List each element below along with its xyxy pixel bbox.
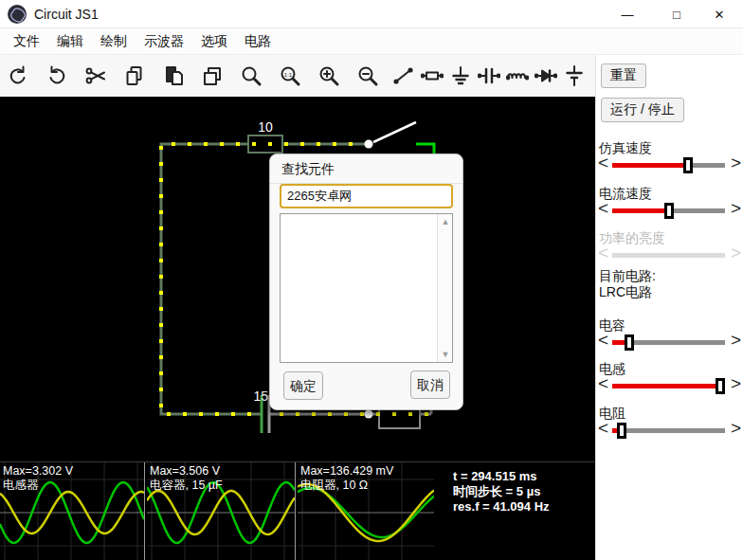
scope-label-capacitor: Max=3.506 V电容器, 15 µF (150, 464, 223, 493)
slider-track[interactable] (612, 428, 725, 433)
resistance-slider[interactable]: < > (596, 421, 743, 440)
slider-handle[interactable] (617, 423, 626, 439)
slider-right-arrow[interactable]: > (731, 373, 741, 394)
sim-timestep: 时间步长 = 5 µs (453, 484, 550, 499)
inductor-tool-icon[interactable] (506, 64, 529, 87)
slider-track[interactable] (612, 163, 725, 168)
sim-time: t = 294.515 ms (453, 469, 550, 484)
minimize-button[interactable]: — (611, 0, 643, 28)
slider-track[interactable] (612, 384, 725, 388)
current-circuit-info: 目前电路: LRC电路 (599, 268, 656, 300)
scope-divider (295, 462, 296, 560)
find-component-dialog: 查找元件 ▲ ▼ 确定 取消 (269, 154, 463, 410)
slider-right-arrow[interactable]: > (731, 153, 741, 173)
list-scrollbar[interactable]: ▲ ▼ (437, 214, 452, 362)
scope-label-resistor: Max=136.429 mV电阻器, 10 Ω (300, 464, 393, 493)
menu-file[interactable]: 文件 (13, 33, 40, 50)
copy-icon[interactable] (123, 64, 146, 87)
slider-handle[interactable] (716, 378, 725, 394)
current-circuit-name: LRC电路 (599, 284, 656, 300)
menu-edit[interactable]: 编辑 (57, 33, 83, 50)
slider-left-arrow[interactable]: < (598, 418, 608, 439)
slider-left-arrow[interactable]: < (598, 153, 608, 173)
slider-track[interactable] (612, 208, 725, 213)
redo-icon[interactable] (45, 64, 68, 87)
toolbar: 1:1 (0, 55, 595, 97)
scroll-down-icon[interactable]: ▼ (438, 350, 453, 359)
current-circuit-label: 目前电路: (599, 268, 656, 284)
switch-lever[interactable] (373, 122, 416, 142)
menu-bar: 文件 编辑 绘制 示波器 选项 电路 (0, 29, 743, 55)
power-brightness-slider: < > (596, 245, 743, 264)
zoom-in-icon[interactable] (317, 64, 340, 87)
scroll-up-icon[interactable]: ▲ (438, 217, 453, 226)
ok-button[interactable]: 确定 (283, 371, 323, 400)
slider-left-arrow[interactable]: < (598, 373, 608, 394)
simulation-speed-slider[interactable]: < > (596, 155, 743, 174)
slider-left-arrow: < (598, 243, 608, 263)
voltage-source-tool-icon[interactable] (563, 64, 586, 87)
title-bar: Circuit JS1 — □ ✕ (0, 0, 743, 28)
slider-handle[interactable] (625, 334, 634, 351)
slider-left-arrow[interactable]: < (598, 330, 608, 351)
menu-scopes[interactable]: 示波器 (144, 33, 184, 50)
sidebar: 重置 运行 / 停止 仿真速度 < > 电流速度 < > 功率的亮度 < > 目… (595, 55, 743, 560)
menu-options[interactable]: 选项 (201, 33, 227, 50)
slider-right-arrow[interactable]: > (731, 418, 741, 439)
simulation-status: t = 294.515 ms 时间步长 = 5 µs res.f = 41.09… (453, 469, 550, 515)
menu-circuits[interactable]: 电路 (245, 33, 271, 50)
cut-icon[interactable] (84, 64, 107, 87)
close-button[interactable]: ✕ (703, 0, 735, 28)
switch-node[interactable] (365, 140, 373, 149)
slider-right-arrow[interactable]: > (731, 330, 741, 351)
sim-resonant-freq: res.f = 41.094 Hz (453, 499, 550, 515)
maximize-button[interactable]: □ (661, 0, 693, 28)
app-icon (8, 5, 27, 24)
slider-track (612, 253, 725, 258)
current-speed-slider[interactable]: < > (596, 201, 743, 220)
cancel-button[interactable]: 取消 (410, 370, 450, 399)
wire-tool-icon[interactable] (392, 64, 415, 87)
dialog-title[interactable]: 查找元件 (270, 154, 462, 184)
slider-handle[interactable] (664, 203, 674, 219)
reset-button[interactable]: 重置 (601, 63, 646, 88)
find-icon[interactable] (240, 64, 263, 87)
circuitjs-window: Circuit JS1 — □ ✕ 文件 编辑 绘制 示波器 选项 电路 1:1 (0, 0, 743, 560)
zoom-out-icon[interactable] (356, 64, 379, 87)
menu-draw[interactable]: 绘制 (100, 33, 127, 50)
ground-tool-icon[interactable] (449, 64, 472, 87)
duplicate-icon[interactable] (201, 64, 224, 87)
scope-label-inductor: Max=3.302 V电感器 (3, 464, 73, 493)
undo-icon[interactable] (7, 64, 29, 87)
scope-divider (144, 462, 145, 560)
svg-text:1:1: 1:1 (284, 72, 293, 78)
search-input[interactable] (280, 184, 453, 208)
slider-left-arrow[interactable]: < (598, 198, 608, 219)
run-stop-button[interactable]: 运行 / 停止 (601, 98, 684, 122)
slider-track[interactable] (612, 340, 725, 345)
paste-icon[interactable] (162, 64, 185, 87)
resistor-value-label: 10 (258, 119, 273, 135)
slider-right-arrow: > (731, 243, 741, 263)
capacitor-value-label: 15 (253, 388, 268, 404)
window-title: Circuit JS1 (34, 7, 99, 22)
zoom-100-icon[interactable]: 1:1 (279, 64, 301, 87)
bottom-node (365, 410, 373, 419)
inductance-slider[interactable]: < > (596, 376, 743, 395)
oscilloscope-strip[interactable]: Max=3.302 V电感器 Max=3.506 V电容器, 15 µF Max… (0, 461, 595, 560)
capacitance-slider[interactable]: < > (596, 333, 743, 352)
slider-right-arrow[interactable]: > (731, 198, 741, 219)
diode-tool-icon[interactable] (535, 64, 557, 87)
capacitor-tool-icon[interactable] (478, 64, 500, 87)
results-list[interactable]: ▲ ▼ (280, 213, 453, 363)
slider-handle[interactable] (683, 157, 693, 173)
resistor-tool-icon[interactable] (421, 64, 444, 87)
